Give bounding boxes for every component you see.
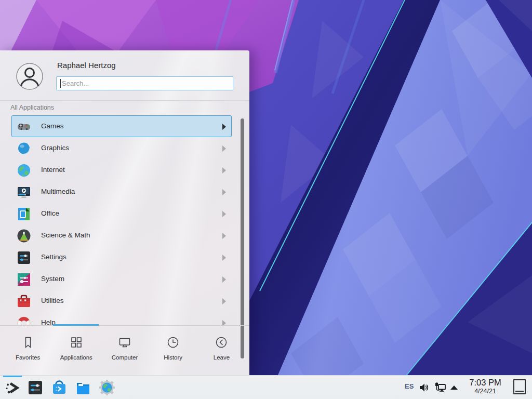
- volume-icon[interactable]: [419, 382, 429, 393]
- tab-label: Applications: [52, 354, 100, 361]
- footer-separator: [0, 325, 249, 326]
- tab-label: Computer: [100, 354, 149, 361]
- submenu-arrow-icon: [222, 211, 226, 217]
- sphere-icon: [17, 142, 31, 155]
- kickoff-icon: [5, 380, 20, 395]
- category-row-office[interactable]: Office: [11, 203, 232, 224]
- category-row-internet[interactable]: Internet: [11, 159, 232, 181]
- category-label: System: [41, 275, 64, 283]
- submenu-arrow-icon: [222, 124, 226, 130]
- category-list: Games Graphics: [0, 115, 239, 325]
- category-row-settings[interactable]: Settings: [11, 246, 232, 268]
- network-icon[interactable]: [434, 382, 446, 393]
- launcher-tabbar: Favorites Applications Computer: [4, 327, 246, 374]
- expand-tray-icon[interactable]: [450, 384, 458, 391]
- category-row-graphics[interactable]: Graphics: [11, 137, 232, 159]
- application-launcher-menu: Raphael Hertzog All Applications Games: [0, 50, 249, 375]
- clock-icon: [166, 335, 180, 350]
- lifebuoy-icon: [17, 316, 31, 325]
- category-label: Internet: [41, 166, 65, 174]
- media-icon: [17, 185, 31, 199]
- tab-favorites[interactable]: Favorites: [4, 327, 52, 374]
- active-tab-indicator: [53, 324, 99, 326]
- digital-clock[interactable]: 7:03 PM 4/24/21: [462, 377, 508, 398]
- clock-time: 7:03 PM: [462, 377, 508, 388]
- tab-history[interactable]: History: [149, 327, 197, 374]
- user-name: Raphael Hertzog: [57, 61, 116, 70]
- category-row-utilities[interactable]: Utilities: [11, 290, 232, 312]
- leave-icon: [214, 335, 229, 350]
- clock-date: 4/24/21: [462, 388, 508, 395]
- tab-computer[interactable]: Computer: [100, 327, 149, 374]
- tab-label: Favorites: [4, 354, 52, 361]
- system-icon: [17, 273, 31, 286]
- discover-icon[interactable]: [51, 380, 67, 395]
- launcher-header: Raphael Hertzog: [0, 50, 249, 100]
- tab-label: Leave: [197, 354, 246, 361]
- search-input[interactable]: [61, 77, 229, 90]
- document-icon: [17, 207, 31, 221]
- submenu-arrow-icon: [222, 276, 226, 283]
- gamepad-icon: [17, 120, 31, 134]
- category-label: Graphics: [41, 144, 69, 152]
- category-label: Games: [41, 122, 64, 130]
- sliders-icon: [17, 251, 31, 264]
- application-launcher-button[interactable]: [3, 376, 22, 399]
- show-desktop-glyph: [515, 391, 524, 392]
- monitor-icon: [117, 335, 132, 350]
- category-row-science-math[interactable]: Science & Math: [11, 224, 232, 246]
- user-avatar[interactable]: [16, 63, 43, 90]
- category-label: Multimedia: [41, 188, 75, 195]
- desktop: Raphael Hertzog All Applications Games: [0, 0, 532, 399]
- submenu-arrow-icon: [222, 145, 226, 152]
- category-label: Science & Math: [41, 231, 90, 239]
- category-label: Office: [41, 209, 59, 217]
- section-label: All Applications: [10, 104, 54, 111]
- submenu-arrow-icon: [222, 189, 226, 195]
- tab-applications[interactable]: Applications: [52, 327, 100, 374]
- show-desktop-button[interactable]: [513, 379, 526, 394]
- category-row-games[interactable]: Games: [11, 115, 232, 137]
- header-separator: [0, 100, 249, 101]
- flask-icon: [17, 229, 31, 243]
- globe-icon: [17, 164, 31, 177]
- category-row-multimedia[interactable]: Multimedia: [11, 181, 232, 203]
- category-row-help[interactable]: Help: [11, 312, 232, 325]
- toolbox-icon: [17, 295, 31, 308]
- web-browser-icon[interactable]: [99, 380, 115, 395]
- submenu-arrow-icon: [222, 320, 226, 325]
- category-row-system[interactable]: System: [11, 268, 232, 290]
- scrollbar-thumb[interactable]: [241, 118, 244, 358]
- submenu-arrow-icon: [222, 167, 226, 174]
- submenu-arrow-icon: [222, 298, 226, 304]
- category-label: Settings: [41, 253, 66, 261]
- active-task-indicator: [3, 376, 22, 377]
- bookmark-icon: [21, 335, 35, 350]
- submenu-arrow-icon: [222, 233, 226, 239]
- grid-icon: [69, 335, 84, 350]
- keyboard-layout-indicator[interactable]: ES: [405, 382, 414, 390]
- system-settings-icon[interactable]: [28, 380, 43, 395]
- category-label: Utilities: [41, 297, 64, 304]
- taskbar-panel: ES 7:03 PM 4/24/21: [0, 375, 532, 399]
- search-box: [56, 76, 233, 90]
- file-manager-icon[interactable]: [75, 380, 91, 395]
- submenu-arrow-icon: [222, 255, 226, 261]
- tab-label: History: [149, 354, 197, 361]
- tab-leave[interactable]: Leave: [197, 327, 246, 374]
